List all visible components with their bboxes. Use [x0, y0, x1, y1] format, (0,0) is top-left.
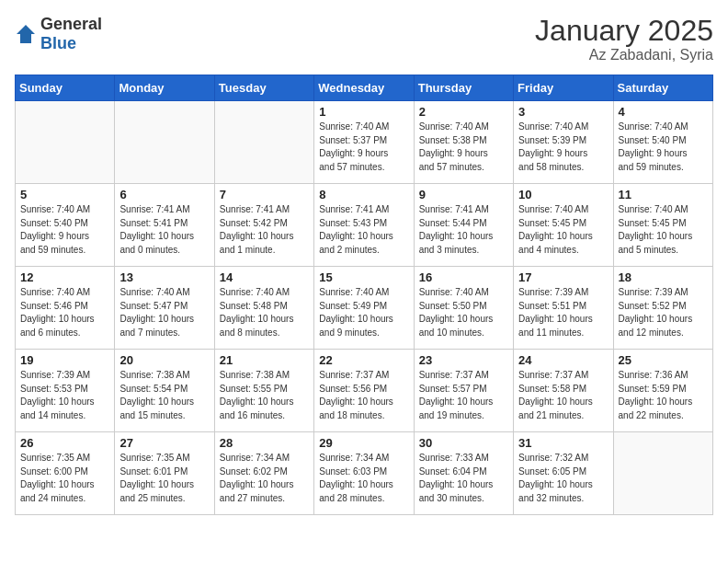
day-number: 29 [319, 436, 408, 450]
calendar-title: January 2025 [535, 15, 713, 47]
day-number: 4 [619, 105, 708, 119]
day-number: 23 [419, 353, 508, 367]
day-info: Sunrise: 7:36 AM Sunset: 5:59 PM Dayligh… [619, 369, 708, 422]
calendar-cell: 8Sunrise: 7:41 AM Sunset: 5:43 PM Daylig… [314, 184, 414, 267]
day-number: 8 [319, 188, 408, 201]
calendar-cell: 31Sunrise: 7:32 AM Sunset: 6:05 PM Dayli… [514, 432, 613, 515]
day-info: Sunrise: 7:38 AM Sunset: 5:54 PM Dayligh… [119, 369, 209, 422]
calendar-cell: 11Sunrise: 7:40 AM Sunset: 5:45 PM Dayli… [613, 184, 712, 267]
calendar-subtitle: Az Zabadani, Syria [535, 47, 713, 63]
day-of-week-header: Tuesday [214, 75, 313, 101]
day-info: Sunrise: 7:38 AM Sunset: 5:55 PM Dayligh… [220, 369, 309, 422]
day-info: Sunrise: 7:40 AM Sunset: 5:45 PM Dayligh… [619, 203, 708, 257]
logo-general: General [40, 15, 102, 33]
svg-marker-0 [17, 25, 35, 43]
day-number: 12 [20, 270, 109, 284]
calendar-cell: 4Sunrise: 7:40 AM Sunset: 5:40 PM Daylig… [613, 101, 712, 184]
day-of-week-header: Saturday [613, 75, 712, 101]
day-number: 31 [518, 436, 608, 450]
calendar-cell: 25Sunrise: 7:36 AM Sunset: 5:59 PM Dayli… [613, 350, 712, 432]
day-info: Sunrise: 7:34 AM Sunset: 6:02 PM Dayligh… [220, 452, 309, 505]
logo-icon [15, 23, 37, 45]
calendar-cell: 20Sunrise: 7:38 AM Sunset: 5:54 PM Dayli… [115, 350, 214, 432]
calendar-cell: 18Sunrise: 7:39 AM Sunset: 5:52 PM Dayli… [613, 267, 712, 350]
day-info: Sunrise: 7:41 AM Sunset: 5:42 PM Dayligh… [220, 203, 309, 257]
day-info: Sunrise: 7:41 AM Sunset: 5:44 PM Dayligh… [419, 203, 508, 257]
calendar-cell [214, 101, 313, 184]
day-number: 26 [20, 436, 109, 450]
day-info: Sunrise: 7:33 AM Sunset: 6:04 PM Dayligh… [419, 452, 508, 505]
days-of-week-row: SundayMondayTuesdayWednesdayThursdayFrid… [16, 75, 713, 101]
calendar-table: SundayMondayTuesdayWednesdayThursdayFrid… [15, 75, 713, 515]
day-number: 14 [220, 270, 309, 284]
calendar-cell [16, 101, 115, 184]
day-of-week-header: Monday [115, 75, 214, 101]
day-number: 2 [419, 105, 508, 119]
day-info: Sunrise: 7:37 AM Sunset: 5:58 PM Dayligh… [518, 369, 608, 422]
logo: General Blue [15, 15, 102, 53]
day-info: Sunrise: 7:35 AM Sunset: 6:01 PM Dayligh… [119, 452, 209, 505]
calendar-cell: 26Sunrise: 7:35 AM Sunset: 6:00 PM Dayli… [16, 432, 115, 515]
page-header: General Blue January 2025 Az Zabadani, S… [15, 15, 713, 63]
calendar-cell: 27Sunrise: 7:35 AM Sunset: 6:01 PM Dayli… [115, 432, 214, 515]
day-number: 27 [119, 436, 209, 450]
day-info: Sunrise: 7:39 AM Sunset: 5:52 PM Dayligh… [619, 286, 708, 339]
day-info: Sunrise: 7:37 AM Sunset: 5:56 PM Dayligh… [319, 369, 408, 422]
day-number: 10 [518, 188, 608, 201]
day-number: 16 [419, 270, 508, 284]
day-number: 22 [319, 353, 408, 367]
day-number: 1 [319, 105, 408, 119]
calendar-cell: 16Sunrise: 7:40 AM Sunset: 5:50 PM Dayli… [414, 267, 513, 350]
day-info: Sunrise: 7:40 AM Sunset: 5:40 PM Dayligh… [619, 121, 708, 174]
title-section: January 2025 Az Zabadani, Syria [535, 15, 713, 63]
day-number: 3 [518, 105, 608, 119]
day-info: Sunrise: 7:37 AM Sunset: 5:57 PM Dayligh… [419, 369, 508, 422]
day-info: Sunrise: 7:39 AM Sunset: 5:53 PM Dayligh… [20, 369, 109, 422]
calendar-header: SundayMondayTuesdayWednesdayThursdayFrid… [16, 75, 713, 101]
calendar-cell: 13Sunrise: 7:40 AM Sunset: 5:47 PM Dayli… [115, 267, 214, 350]
calendar-cell: 24Sunrise: 7:37 AM Sunset: 5:58 PM Dayli… [514, 350, 613, 432]
day-number: 19 [20, 353, 109, 367]
calendar-body: 1Sunrise: 7:40 AM Sunset: 5:37 PM Daylig… [16, 101, 713, 515]
calendar-cell: 28Sunrise: 7:34 AM Sunset: 6:02 PM Dayli… [214, 432, 313, 515]
week-row: 5Sunrise: 7:40 AM Sunset: 5:40 PM Daylig… [16, 184, 713, 267]
day-of-week-header: Wednesday [314, 75, 414, 101]
calendar-cell: 3Sunrise: 7:40 AM Sunset: 5:39 PM Daylig… [514, 101, 613, 184]
calendar-cell: 14Sunrise: 7:40 AM Sunset: 5:48 PM Dayli… [214, 267, 313, 350]
day-number: 28 [220, 436, 309, 450]
day-number: 25 [619, 353, 708, 367]
calendar-cell: 21Sunrise: 7:38 AM Sunset: 5:55 PM Dayli… [214, 350, 313, 432]
day-of-week-header: Friday [514, 75, 613, 101]
day-info: Sunrise: 7:40 AM Sunset: 5:39 PM Dayligh… [518, 121, 608, 174]
calendar-cell: 6Sunrise: 7:41 AM Sunset: 5:41 PM Daylig… [115, 184, 214, 267]
calendar-cell: 10Sunrise: 7:40 AM Sunset: 5:45 PM Dayli… [514, 184, 613, 267]
calendar-cell: 29Sunrise: 7:34 AM Sunset: 6:03 PM Dayli… [314, 432, 414, 515]
day-number: 21 [220, 353, 309, 367]
day-number: 5 [20, 188, 109, 201]
day-info: Sunrise: 7:39 AM Sunset: 5:51 PM Dayligh… [518, 286, 608, 339]
calendar-cell [613, 432, 712, 515]
day-info: Sunrise: 7:35 AM Sunset: 6:00 PM Dayligh… [20, 452, 109, 505]
calendar-cell: 2Sunrise: 7:40 AM Sunset: 5:38 PM Daylig… [414, 101, 513, 184]
calendar-cell: 17Sunrise: 7:39 AM Sunset: 5:51 PM Dayli… [514, 267, 613, 350]
calendar-cell [115, 101, 214, 184]
day-info: Sunrise: 7:40 AM Sunset: 5:38 PM Dayligh… [419, 121, 508, 174]
day-number: 18 [619, 270, 708, 284]
day-number: 15 [319, 270, 408, 284]
day-number: 17 [518, 270, 608, 284]
day-info: Sunrise: 7:40 AM Sunset: 5:50 PM Dayligh… [419, 286, 508, 339]
calendar-cell: 30Sunrise: 7:33 AM Sunset: 6:04 PM Dayli… [414, 432, 513, 515]
week-row: 12Sunrise: 7:40 AM Sunset: 5:46 PM Dayli… [16, 267, 713, 350]
calendar-cell: 22Sunrise: 7:37 AM Sunset: 5:56 PM Dayli… [314, 350, 414, 432]
calendar-cell: 12Sunrise: 7:40 AM Sunset: 5:46 PM Dayli… [16, 267, 115, 350]
day-info: Sunrise: 7:41 AM Sunset: 5:43 PM Dayligh… [319, 203, 408, 257]
calendar-cell: 15Sunrise: 7:40 AM Sunset: 5:49 PM Dayli… [314, 267, 414, 350]
week-row: 19Sunrise: 7:39 AM Sunset: 5:53 PM Dayli… [16, 350, 713, 432]
day-info: Sunrise: 7:32 AM Sunset: 6:05 PM Dayligh… [518, 452, 608, 505]
day-number: 6 [119, 188, 209, 201]
day-info: Sunrise: 7:40 AM Sunset: 5:46 PM Dayligh… [20, 286, 109, 339]
calendar-cell: 23Sunrise: 7:37 AM Sunset: 5:57 PM Dayli… [414, 350, 513, 432]
day-info: Sunrise: 7:40 AM Sunset: 5:47 PM Dayligh… [119, 286, 209, 339]
day-info: Sunrise: 7:41 AM Sunset: 5:41 PM Dayligh… [119, 203, 209, 257]
day-number: 20 [119, 353, 209, 367]
